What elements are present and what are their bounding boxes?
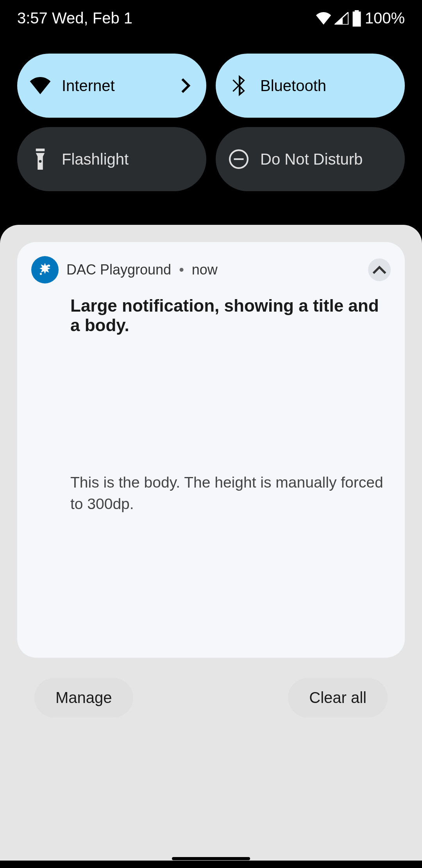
svg-rect-1 [234,158,244,160]
qs-tile-label: Internet [62,77,167,95]
notification-card[interactable]: DAC Playground • now Large notification,… [17,242,405,658]
flashlight-icon [30,149,51,170]
shade-actions: Manage Clear all [17,678,405,717]
qs-tile-label: Flashlight [62,151,194,168]
qs-tile-bluetooth[interactable]: Bluetooth [216,54,405,118]
dnd-icon [228,149,249,170]
notification-shade: DAC Playground • now Large notification,… [0,225,422,861]
manage-button[interactable]: Manage [34,678,133,717]
navigation-handle[interactable] [172,857,250,860]
battery-icon [352,10,362,27]
status-bar: 3:57 Wed, Feb 1 100% [0,0,422,36]
notification-time: now [192,262,360,278]
chevron-right-icon [178,78,194,93]
battery-percent: 100% [365,9,405,27]
notification-header: DAC Playground • now [31,256,391,283]
status-datetime: 3:57 Wed, Feb 1 [17,9,132,27]
clear-all-button[interactable]: Clear all [288,678,388,717]
wifi-icon [30,75,51,96]
status-time: 3:57 [17,9,48,27]
qs-tile-label: Do Not Disturb [260,151,392,168]
status-date: Wed, Feb 1 [52,9,132,27]
app-icon [31,256,59,283]
separator-dot: • [179,262,184,278]
notification-app-name: DAC Playground [66,262,171,278]
chevron-up-icon [372,265,386,274]
qs-tile-flashlight[interactable]: Flashlight [17,127,206,191]
svg-point-3 [48,265,50,267]
notification-title: Large notification, showing a title and … [70,296,391,335]
qs-tile-label: Bluetooth [260,77,392,95]
status-indicators: 100% [316,9,405,27]
notification-body: Large notification, showing a title and … [31,296,391,515]
wifi-icon [316,12,331,25]
cell-signal-icon [334,12,349,25]
bluetooth-icon [228,75,249,96]
qs-tile-internet[interactable]: Internet [17,54,206,118]
notification-text: This is the body. The height is manually… [70,472,391,515]
qs-tile-dnd[interactable]: Do Not Disturb [216,127,405,191]
svg-point-2 [40,273,42,275]
collapse-button[interactable] [368,258,391,281]
quick-settings: Internet Bluetooth Flashlight Do Not Dis… [0,36,422,203]
